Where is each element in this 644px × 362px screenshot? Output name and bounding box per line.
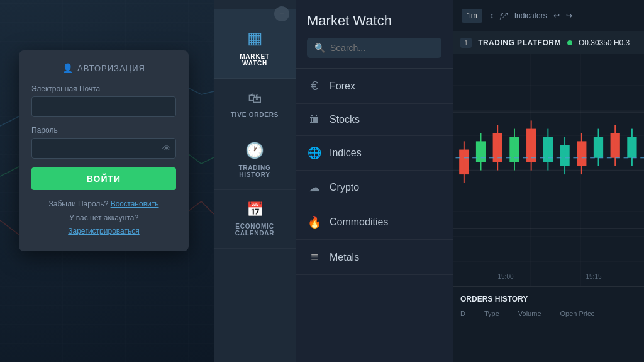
category-crypto-label: Crypto: [330, 182, 359, 193]
orders-title: ORDERS HISTORY: [460, 295, 636, 303]
category-crypto[interactable]: ☁ Crypto: [296, 171, 453, 205]
category-metals-label: Metals: [330, 252, 359, 263]
orders-col-volume: Volume: [518, 310, 541, 317]
chart-tool-adjust[interactable]: ↕: [490, 11, 494, 20]
sidebar-item-label-active-orders: TIVE ORDERS: [231, 111, 279, 118]
password-wrapper: 👁: [31, 138, 176, 159]
sidebar-item-label-market-watch: MARKETWATCH: [240, 53, 270, 67]
ticker-bar: 1 TRADING PLATFORM O0.30350 H0.3: [453, 31, 644, 54]
eye-icon[interactable]: 👁: [162, 144, 171, 154]
orders-col-type: Type: [484, 310, 499, 317]
category-metals[interactable]: ≡ Metals: [296, 240, 453, 275]
sidebar-item-active-orders[interactable]: 🛍 TIVE ORDERS: [214, 79, 296, 130]
category-indices[interactable]: 🌐 Indices: [296, 136, 453, 171]
chart-timeframe[interactable]: 1m: [462, 9, 482, 23]
chart-header: 1m ↕ 𝑓↗ Indicators ↩ ↪: [453, 0, 644, 31]
economic-calendar-icon: 📅: [247, 201, 264, 218]
market-watch-title: Market Watch: [307, 13, 441, 29]
search-box: 🔍: [307, 38, 441, 58]
password-field-group: Пароль 👁: [31, 126, 176, 159]
category-stocks-label: Stocks: [330, 114, 360, 125]
chart-tool-draw[interactable]: 𝑓↗: [500, 11, 508, 20]
sidebar-item-label-economic-calendar: ECONOMICCALENDAR: [235, 223, 275, 237]
forex-icon: €: [307, 79, 322, 93]
forgot-prefix: Забыли Пароль?: [49, 200, 109, 208]
stocks-icon: 🏛: [307, 114, 322, 125]
chart-indicators-button[interactable]: Indicators: [514, 11, 547, 20]
search-input[interactable]: [330, 43, 440, 53]
password-input[interactable]: [31, 138, 176, 159]
active-orders-icon: 🛍: [248, 90, 262, 106]
user-icon: 👤: [62, 63, 74, 73]
trading-history-icon: 🕐: [245, 142, 264, 159]
email-label: Электронная Почта: [31, 84, 176, 93]
ticker-status-dot: [567, 40, 572, 45]
metals-icon: ≡: [307, 250, 322, 264]
sidebar-item-trading-history[interactable]: 🕐 TRADINGHISTORY: [214, 130, 296, 190]
register-prefix: У вас нет аккаунта?: [69, 213, 138, 222]
category-commodities[interactable]: 🔥 Commodities: [296, 205, 453, 240]
password-label: Пароль: [31, 126, 176, 135]
sidebar: − ▦ MARKETWATCH 🛍 TIVE ORDERS 🕐 TRADINGH…: [214, 0, 296, 362]
commodities-icon: 🔥: [307, 215, 322, 229]
email-field-group: Электронная Почта: [31, 84, 176, 117]
email-input[interactable]: [31, 96, 176, 117]
register-link[interactable]: Зарегистрироваться: [68, 227, 139, 235]
forgot-link[interactable]: Восстановить: [111, 200, 159, 208]
login-button[interactable]: ВОЙТИ: [31, 167, 176, 190]
login-title-text: АВТОРИЗАЦИЯ: [77, 64, 145, 73]
category-indices-label: Indices: [330, 147, 362, 159]
search-icon: 🔍: [314, 43, 325, 53]
login-links: Забыли Пароль? Восстановить У вас нет ак…: [31, 198, 176, 239]
sidebar-close-button[interactable]: −: [274, 6, 289, 21]
category-commodities-label: Commodities: [330, 217, 388, 228]
crypto-icon: ☁: [307, 181, 322, 195]
login-panel: 👤 АВТОРИЗАЦИЯ Электронная Почта Пароль 👁…: [19, 50, 189, 251]
sidebar-item-label-trading-history: TRADINGHISTORY: [238, 164, 270, 178]
chart-undo-button[interactable]: ↩: [553, 11, 560, 20]
market-watch-panel: Market Watch 🔍 € Forex 🏛 Stocks 🌐 Indice…: [296, 0, 453, 362]
sidebar-item-economic-calendar[interactable]: 📅 ECONOMICCALENDAR: [214, 190, 296, 249]
orders-area: ORDERS HISTORY D Type Volume Open Price: [453, 286, 644, 362]
orders-col-d: D: [460, 310, 465, 317]
ticker-name: TRADING PLATFORM: [478, 38, 561, 47]
ticker-number: 1: [460, 38, 472, 48]
category-stocks[interactable]: 🏛 Stocks: [296, 104, 453, 136]
category-forex[interactable]: € Forex: [296, 69, 453, 104]
ticker-price: O0.30350 H0.3: [579, 38, 630, 47]
indices-icon: 🌐: [307, 146, 322, 160]
orders-col-open-price: Open Price: [560, 310, 595, 317]
chart-tools: ↕ 𝑓↗ Indicators ↩ ↪: [490, 11, 572, 20]
orders-columns: D Type Volume Open Price: [460, 310, 636, 317]
market-watch-icon: ▦: [247, 28, 263, 48]
market-categories: € Forex 🏛 Stocks 🌐 Indices ☁ Crypto 🔥 Co…: [296, 69, 453, 362]
login-title: 👤 АВТОРИЗАЦИЯ: [31, 63, 176, 73]
market-watch-header: Market Watch 🔍: [296, 0, 453, 69]
category-forex-label: Forex: [330, 81, 355, 92]
chart-redo-button[interactable]: ↪: [566, 11, 572, 20]
